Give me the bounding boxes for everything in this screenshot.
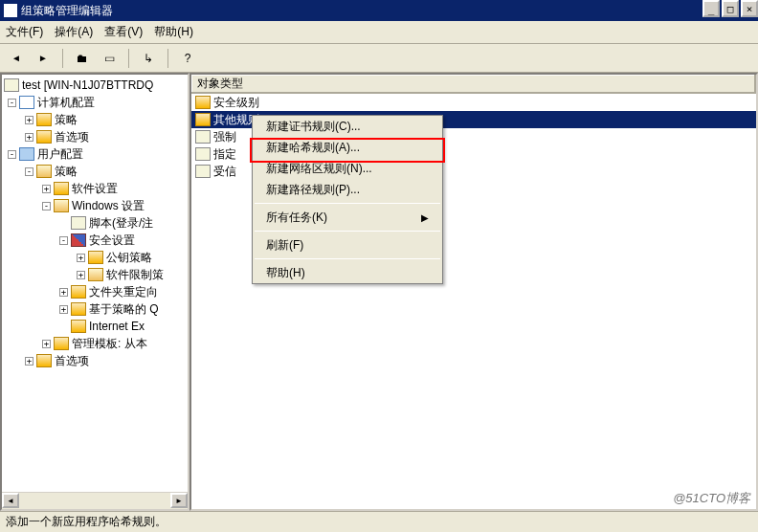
tree-user-config[interactable]: - 用户配置: [4, 145, 188, 163]
expand-icon[interactable]: +: [42, 340, 51, 348]
close-button[interactable]: ×: [741, 0, 758, 17]
folder-icon: [195, 96, 211, 109]
tree-label: 文件夹重定向: [89, 283, 158, 300]
item-label: 安全级别: [213, 95, 259, 111]
tree-label: 首选项: [55, 128, 89, 145]
tree-policies[interactable]: + 策略: [4, 111, 188, 128]
collapse-icon[interactable]: -: [8, 150, 16, 159]
tree-folder-redirect[interactable]: + 文件夹重定向: [4, 283, 188, 300]
column-header-label: 对象类型: [197, 76, 243, 92]
tree-preferences[interactable]: + 首选项: [4, 128, 188, 145]
tree-pubkey-policies[interactable]: + 公钥策略: [4, 249, 188, 266]
menu-item-new-path-rule[interactable]: 新建路径规则(P)...: [253, 179, 442, 200]
expand-icon[interactable]: +: [59, 305, 68, 314]
tree-security-settings[interactable]: - 安全设置: [4, 232, 188, 249]
script-icon: [71, 216, 86, 230]
policy-icon: [195, 165, 211, 178]
menu-view[interactable]: 查看(V): [104, 24, 143, 40]
tree-label: 用户配置: [37, 145, 83, 163]
expand-icon[interactable]: +: [77, 254, 85, 262]
tree-software-restriction[interactable]: + 软件限制策: [4, 266, 188, 283]
tree-label: 脚本(登录/注: [89, 214, 153, 232]
collapse-icon[interactable]: -: [59, 236, 68, 245]
qos-icon: [71, 302, 86, 316]
shield-icon: [71, 233, 86, 247]
menu-item-all-tasks[interactable]: 所有任务(K) ▶: [253, 207, 442, 228]
scroll-left-button[interactable]: ◄: [2, 493, 19, 508]
tree-internet-explorer[interactable]: Internet Ex: [4, 318, 188, 335]
collapse-icon[interactable]: -: [8, 99, 16, 107]
scroll-right-button[interactable]: ►: [170, 493, 188, 508]
toolbar: ◄ ► 🖿 ▭ ↳ ?: [0, 44, 758, 73]
window-title: 组策略管理编辑器: [21, 3, 113, 19]
menu-separator: [255, 258, 440, 259]
menu-item-label: 所有任务(K): [266, 210, 327, 226]
ie-icon: [71, 320, 86, 333]
toolbar-divider: [167, 49, 168, 68]
export-button[interactable]: ↳: [138, 48, 159, 69]
expand-icon[interactable]: +: [77, 271, 85, 279]
menu-separator: [255, 231, 440, 232]
tree-horizontal-scrollbar[interactable]: ◄ ►: [2, 492, 188, 509]
menu-file[interactable]: 文件(F): [6, 24, 43, 40]
tree-label: Internet Ex: [89, 318, 145, 335]
folder-icon: [71, 285, 86, 299]
list-item[interactable]: 安全级别: [191, 94, 756, 111]
tree-label: 基于策略的 Q: [89, 300, 159, 318]
gpo-icon: [4, 78, 19, 92]
tree-user-preferences[interactable]: + 首选项: [4, 352, 188, 369]
folder-icon: [54, 182, 69, 195]
tree-label: 公钥策略: [106, 249, 152, 266]
menu-action[interactable]: 操作(A): [55, 24, 93, 40]
menu-item-help[interactable]: 帮助(H): [253, 262, 442, 283]
up-button[interactable]: 🖿: [72, 48, 93, 69]
folder-icon: [54, 199, 69, 212]
menu-item-new-hash-rule[interactable]: 新建哈希规则(A)...: [253, 137, 442, 158]
tree-scripts[interactable]: 脚本(登录/注: [4, 214, 188, 232]
menu-item-label: 新建网络区规则(N)...: [266, 161, 372, 177]
expand-icon[interactable]: +: [25, 357, 33, 366]
help-button[interactable]: ?: [177, 48, 198, 69]
menu-item-new-zone-rule[interactable]: 新建网络区规则(N)...: [253, 158, 442, 179]
column-header-object-type[interactable]: 对象类型: [191, 75, 756, 94]
menu-item-new-cert-rule[interactable]: 新建证书规则(C)...: [253, 116, 442, 137]
window-controls: _ □ ×: [701, 0, 758, 17]
minimize-button[interactable]: _: [702, 0, 720, 17]
tree-label: 安全设置: [89, 232, 135, 249]
tree-windows-settings[interactable]: - Windows 设置: [4, 197, 188, 214]
tree-user-policies[interactable]: - 策略: [4, 163, 188, 180]
status-text: 添加一个新应用程序哈希规则。: [6, 514, 167, 530]
expand-icon[interactable]: +: [42, 185, 51, 193]
item-label: 指定: [213, 146, 236, 163]
tree-label: 软件限制策: [106, 266, 164, 283]
folder-icon: [36, 165, 52, 178]
menu-item-label: 刷新(F): [266, 237, 303, 254]
show-hide-tree-button[interactable]: ▭: [99, 48, 120, 69]
menu-item-refresh[interactable]: 刷新(F): [253, 234, 442, 255]
expand-icon[interactable]: +: [25, 116, 33, 124]
tree-label: 计算机配置: [37, 94, 95, 111]
forward-button[interactable]: ►: [33, 48, 54, 69]
collapse-icon[interactable]: -: [42, 202, 51, 211]
folder-icon: [88, 268, 103, 281]
menu-item-label: 新建证书规则(C)...: [266, 119, 361, 135]
collapse-icon[interactable]: -: [25, 167, 33, 176]
item-label: 强制: [213, 129, 236, 145]
expand-icon[interactable]: +: [59, 288, 68, 297]
tree-label: 策略: [55, 163, 78, 180]
maximize-button[interactable]: □: [722, 0, 739, 17]
folder-icon: [36, 113, 52, 126]
menu-bar: 文件(F) 操作(A) 查看(V) 帮助(H): [0, 21, 758, 44]
back-button[interactable]: ◄: [6, 48, 27, 69]
menu-item-label: 新建哈希规则(A)...: [266, 140, 360, 156]
tree-label: 策略: [55, 111, 78, 128]
menu-help[interactable]: 帮助(H): [154, 24, 193, 40]
tree-root[interactable]: test [WIN-N1J07BTTRDQ: [4, 77, 188, 94]
tree-policy-qos[interactable]: + 基于策略的 Q: [4, 300, 188, 318]
tree-computer-config[interactable]: - 计算机配置: [4, 94, 188, 111]
folder-icon: [195, 113, 211, 126]
tree-software-settings[interactable]: + 软件设置: [4, 180, 188, 197]
expand-icon[interactable]: +: [25, 133, 33, 142]
tree-admin-templates[interactable]: + 管理模板: 从本: [4, 335, 188, 352]
folder-icon: [88, 251, 103, 264]
